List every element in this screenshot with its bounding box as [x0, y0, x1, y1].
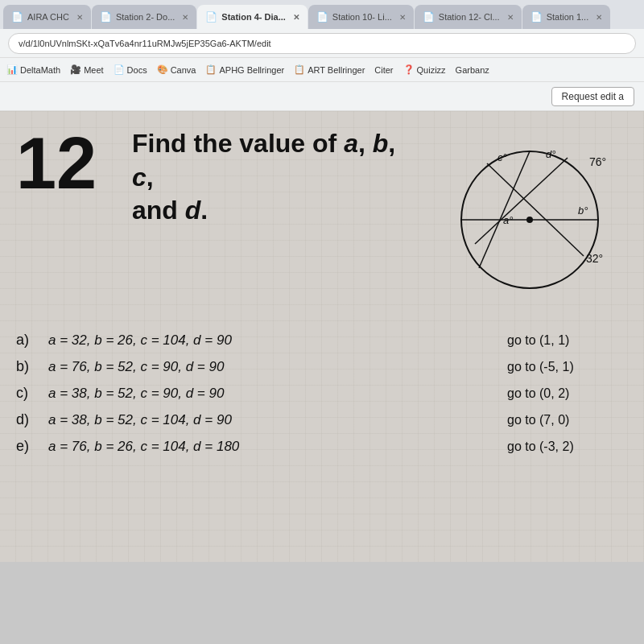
answer-row-e: e) a = 76, b = 26, c = 104, d = 180 go t…: [16, 438, 620, 455]
bookmark-meet[interactable]: 🎥 Meet: [70, 64, 103, 75]
answer-goto-c: go to (0, 2): [507, 386, 620, 401]
bookmark-canva[interactable]: 🎨 Canva: [157, 64, 196, 75]
answer-eq-b: a = 76, b = 52, c = 90, d = 90: [48, 359, 507, 375]
tab-icon-station4: 📄: [205, 11, 217, 23]
bookmark-label-aphg: APHG Bellringer: [219, 65, 284, 75]
tab-icon-station1: 📄: [530, 11, 543, 23]
request-edit-bar: Request edit a: [0, 82, 644, 111]
canva-icon: 🎨: [157, 64, 168, 75]
request-edit-button[interactable]: Request edit a: [551, 87, 634, 106]
question-header: 12 Find the value of a, b, c,and d.: [16, 127, 620, 308]
quizizz-icon: ❓: [403, 64, 415, 75]
answer-letter-a: a): [16, 332, 48, 349]
tab-label-station1: Station 1...: [547, 12, 589, 22]
answer-row-d: d) a = 38, b = 52, c = 104, d = 90 go to…: [16, 411, 620, 428]
deltamath-icon: 📊: [6, 64, 18, 75]
tab-close-station1[interactable]: ✕: [596, 13, 602, 22]
bookmark-citer[interactable]: Citer: [374, 65, 393, 75]
tab-station2[interactable]: 📄 Station 2- Do... ✕: [92, 5, 196, 29]
address-bar[interactable]: v/d/1l0nUVnlmSKt-xQaTv6a4nr11uRMJw5jEP35…: [8, 33, 636, 54]
question-text-block: Find the value of a, b, c,and d.: [132, 127, 423, 236]
tab-close-station12[interactable]: ✕: [507, 13, 514, 22]
tab-station10[interactable]: 📄 Station 10- Li... ✕: [308, 5, 414, 29]
tab-aira[interactable]: 📄 AIRA CHC ✕: [3, 5, 91, 29]
bookmark-label-garbanz: Garbanz: [456, 65, 489, 75]
answer-goto-e: go to (-3, 2): [507, 440, 620, 454]
answer-row-b: b) a = 76, b = 52, c = 90, d = 90 go to …: [16, 358, 620, 375]
answer-eq-d: a = 38, b = 52, c = 104, d = 90: [48, 412, 507, 428]
answer-goto-b: go to (-5, 1): [507, 360, 620, 374]
svg-text:a°: a°: [503, 214, 513, 226]
bookmark-deltamath[interactable]: 📊 DeltaMath: [6, 64, 60, 75]
answer-row-c: c) a = 38, b = 52, c = 90, d = 90 go to …: [16, 385, 620, 402]
bookmark-label-meet: Meet: [84, 65, 103, 75]
tab-label-station10: Station 10- Li...: [332, 12, 392, 22]
answer-eq-c: a = 38, b = 52, c = 90, d = 90: [48, 386, 507, 402]
bookmark-label-docs: Docs: [127, 65, 147, 75]
meet-icon: 🎥: [70, 64, 81, 75]
main-content: 12 Find the value of a, b, c,and d.: [0, 111, 644, 562]
address-bar-row: v/d/1l0nUVnlmSKt-xQaTv6a4nr11uRMJw5jEP35…: [0, 29, 644, 58]
bookmark-label-quizizz: Quizizz: [417, 65, 446, 75]
tab-close-station10[interactable]: ✕: [399, 13, 406, 22]
tab-station1[interactable]: 📄 Station 1... ✕: [522, 5, 611, 29]
svg-text:76°: 76°: [589, 155, 606, 168]
bookmarks-bar: 📊 DeltaMath 🎥 Meet 📄 Docs 🎨 Canva 📋 APHG…: [0, 58, 644, 82]
tab-close-aira[interactable]: ✕: [76, 13, 83, 22]
bookmark-quizizz[interactable]: ❓ Quizizz: [403, 64, 446, 75]
answer-goto-a: go to (1, 1): [507, 333, 620, 348]
svg-line-4: [479, 151, 530, 268]
tab-label-station2: Station 2- Do...: [116, 12, 175, 22]
bookmark-art[interactable]: 📋 ART Bellringer: [294, 64, 365, 75]
svg-text:c°: c°: [497, 151, 507, 163]
tab-icon-station10: 📄: [316, 11, 328, 23]
answer-eq-a: a = 32, b = 26, c = 104, d = 90: [48, 332, 507, 349]
answers-section: a) a = 32, b = 26, c = 104, d = 90 go to…: [16, 332, 620, 455]
answer-letter-b: b): [16, 358, 48, 375]
tab-close-station2[interactable]: ✕: [182, 13, 188, 22]
bookmark-label-art: ART Bellringer: [308, 65, 365, 75]
answer-letter-c: c): [16, 385, 48, 402]
svg-line-3: [487, 163, 584, 256]
svg-text:d°: d°: [546, 148, 555, 160]
bookmark-docs[interactable]: 📄 Docs: [114, 64, 147, 75]
answer-letter-d: d): [16, 411, 48, 428]
bookmark-garbanz[interactable]: Garbanz: [456, 65, 489, 75]
circle-diagram: c° d° 76° b° a° 32°: [443, 127, 620, 308]
browser-tabs: 📄 AIRA CHC ✕ 📄 Station 2- Do... ✕ 📄 Stat…: [0, 0, 644, 29]
answer-letter-e: e): [16, 438, 48, 455]
answer-eq-e: a = 76, b = 26, c = 104, d = 180: [48, 439, 507, 455]
svg-text:b°: b°: [578, 204, 588, 217]
answer-row-a: a) a = 32, b = 26, c = 104, d = 90 go to…: [16, 332, 620, 349]
tab-station4[interactable]: 📄 Station 4- Dia... ✕: [197, 5, 307, 29]
tab-icon-station2: 📄: [100, 11, 112, 23]
svg-text:32°: 32°: [586, 252, 603, 265]
bookmark-label-deltamath: DeltaMath: [20, 65, 60, 75]
tab-label-station4: Station 4- Dia...: [221, 12, 285, 22]
aphg-icon: 📋: [205, 64, 217, 75]
docs-icon: 📄: [114, 64, 125, 75]
address-text: v/d/1l0nUVnlmSKt-xQaTv6a4nr11uRMJw5jEP35…: [19, 39, 271, 48]
tab-close-station4[interactable]: ✕: [293, 13, 299, 22]
tab-label-aira: AIRA CHC: [27, 12, 69, 22]
tab-icon-station12: 📄: [423, 11, 435, 23]
bookmark-aphg[interactable]: 📋 APHG Bellringer: [205, 64, 284, 75]
tab-label-station12: Station 12- Cl...: [439, 12, 500, 22]
question-number: 12: [16, 127, 113, 200]
art-icon: 📋: [294, 64, 305, 75]
tab-icon-aira: 📄: [11, 11, 23, 23]
tab-station12[interactable]: 📄 Station 12- Cl... ✕: [415, 5, 522, 29]
bookmark-label-citer: Citer: [374, 65, 393, 75]
answer-goto-d: go to (7, 0): [507, 413, 620, 427]
question-text: Find the value of a, b, c,and d.: [132, 127, 423, 228]
bookmark-label-canva: Canva: [171, 65, 196, 75]
